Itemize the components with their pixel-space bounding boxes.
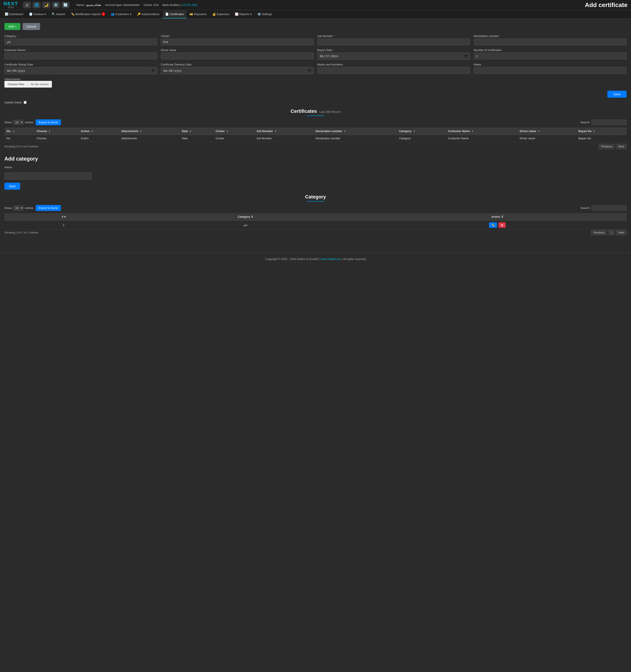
- top-info: Name: هشام محمود Account type: Administr…: [76, 3, 582, 6]
- chevron-down-icon-reports: ▾: [250, 13, 252, 16]
- nav-certificates[interactable]: 📄 Certificates: [163, 10, 186, 18]
- reports-icon: 📈: [235, 13, 238, 16]
- attachments-label: Attachments: [4, 77, 20, 81]
- form-group-num-certs: Number of certificates: [474, 48, 627, 60]
- customer-name-input[interactable]: [4, 53, 157, 59]
- declaration-input[interactable]: [474, 39, 627, 45]
- choose-files-button[interactable]: Choose Files: [4, 81, 28, 88]
- notes-input[interactable]: [474, 67, 627, 74]
- cat-prev-btn[interactable]: Previous: [591, 230, 607, 235]
- icon-btn-1[interactable]: 🖨: [23, 2, 31, 8]
- icon-btn-4[interactable]: ⚙️: [52, 2, 60, 8]
- col-bayan-date: Bayan Da ⇕: [576, 127, 627, 135]
- certs-table-header-row: No. ⇕ Choose ⇕ Action ⇕ Attachments ⇕ Da…: [4, 127, 627, 135]
- cat-actions: ✏️ 🗑: [368, 221, 627, 230]
- cert-stamp-input[interactable]: [4, 67, 157, 74]
- icon-btn-2[interactable]: 🌐: [33, 2, 41, 8]
- certs-underline: [307, 115, 324, 116]
- category-name-input[interactable]: [4, 172, 92, 179]
- certs-search-input[interactable]: [591, 120, 627, 125]
- num-certs-input[interactable]: [474, 53, 627, 59]
- category-table: # ▾ Category ⇕ Action ⇕ 1 عام ✏️ 🗑: [4, 213, 627, 230]
- logo: NEXT v2.0.0: [3, 1, 18, 8]
- center-label: Center *: [161, 34, 314, 38]
- job-number-label: Job Number *: [317, 34, 470, 38]
- nav-customers[interactable]: 👥 Customers ▾: [108, 10, 134, 18]
- nav-search[interactable]: 🔍 Search: [49, 10, 68, 18]
- table-row: 1 عام ✏️ 🗑: [4, 221, 627, 230]
- cat-export-button[interactable]: Export to Excel: [36, 205, 61, 211]
- file-chosen-text: No file chosen: [28, 81, 52, 88]
- cat-show-entries-select[interactable]: 10 25 50: [13, 206, 24, 211]
- edit-category-button[interactable]: ✏️: [489, 222, 497, 228]
- show-entries-select[interactable]: 10 25 50: [13, 120, 24, 125]
- nav-authorizations[interactable]: 🔑 Authorizations: [135, 10, 162, 18]
- category-input[interactable]: [4, 39, 157, 45]
- certs-subheader-row: No. Choose Action Attachments Date Cente…: [4, 135, 627, 142]
- driver-name-label: Driver name: [161, 48, 314, 52]
- nav-invoices[interactable]: 🧾 Invoices ▾: [26, 10, 49, 18]
- cert-delivery-input[interactable]: [161, 67, 314, 74]
- col-category: Category ⇕: [397, 127, 446, 135]
- file-input-wrapper: Choose Files No file chosen: [4, 81, 627, 88]
- bank-label: Bank facilities | 16,015 AED: [162, 3, 197, 6]
- form-group-notes: Notes: [474, 63, 627, 74]
- nav-modification[interactable]: ✏️ Modification request 1: [68, 10, 108, 18]
- auth-icon: 🔑: [137, 13, 141, 16]
- search-icon: 🔍: [52, 13, 55, 16]
- nav-settings[interactable]: ⚙️ Settings: [255, 10, 275, 18]
- form-group-cert-delivery: Certificate Delivery Date: [161, 63, 314, 74]
- category-name-label: Name: [4, 166, 12, 169]
- cat-search-input[interactable]: [591, 205, 627, 211]
- form-group-cert-stamp: Certificate Stamp Date: [4, 63, 157, 74]
- cat-next-btn[interactable]: Next: [616, 230, 627, 235]
- site-footer: Copyright © 2023 - 2024 Nadim Al-Zoubi® …: [0, 253, 631, 265]
- certs-table-footer: Showing 0 to 0 of 0 entries Previous Nex…: [4, 144, 627, 149]
- form-row-2: Customer Name * Driver name Bayan Date *…: [4, 48, 627, 60]
- update-dates-checkbox[interactable]: [24, 101, 26, 104]
- certs-prev-btn[interactable]: Previous: [599, 144, 615, 149]
- certs-table: No. ⇕ Choose ⇕ Action ⇕ Attachments ⇕ Da…: [4, 127, 627, 142]
- customers-icon: 👥: [111, 13, 114, 16]
- certificates-title: Certificates Last 200 Record: [4, 109, 627, 114]
- logo-version: v2.0.0: [8, 6, 14, 8]
- modification-icon: ✏️: [71, 13, 74, 16]
- center-input[interactable]: [161, 39, 314, 45]
- cat-pagination: Previous 1 Next: [591, 230, 627, 235]
- cert-stamp-label: Certificate Stamp Date: [4, 63, 157, 66]
- add-button[interactable]: Add +: [4, 23, 20, 30]
- footer-link[interactable]: www.Nadim.pro: [321, 257, 341, 261]
- driver-name-input[interactable]: [161, 53, 314, 59]
- form-save-button[interactable]: Save: [607, 91, 627, 98]
- job-number-input[interactable]: [317, 39, 470, 45]
- nav-reports[interactable]: 📈 Reports ▾: [232, 10, 254, 18]
- icon-btn-3[interactable]: 🌙: [42, 2, 50, 8]
- cat-header-row: # ▾ Category ⇕ Action ⇕: [4, 213, 627, 221]
- nav-expenses[interactable]: 💰 Expenses: [210, 10, 232, 18]
- cat-table-footer: Showing 1 to 1 of 1 entries Previous 1 N…: [4, 230, 627, 235]
- cancel-button[interactable]: Cancel: [23, 23, 40, 30]
- form-row-1: Category * Center * Job Number * Declara…: [4, 34, 627, 45]
- footer-text: Copyright © 2023 - 2024 Nadim Al-Zoubi® …: [265, 257, 321, 261]
- settings-icon: ⚙️: [257, 13, 261, 16]
- col-job-number: Job Number ⇕: [254, 127, 313, 135]
- bayan-date-input[interactable]: [317, 53, 470, 60]
- certs-export-button[interactable]: Export to Excel: [36, 119, 61, 125]
- dashboard-icon: 📊: [5, 13, 8, 16]
- col-choose: Choose ⇕: [34, 127, 79, 135]
- update-dates-label: Update Dates: [4, 101, 22, 104]
- customer-name-label: Customer Name *: [4, 48, 157, 52]
- marks-input[interactable]: [317, 67, 470, 74]
- certs-next-btn[interactable]: Next: [616, 144, 627, 149]
- add-category-section: Add category Name Save Category Show 10 …: [4, 156, 627, 235]
- nav-dashboard[interactable]: 📊 Dashboard: [2, 10, 26, 18]
- save-category-button[interactable]: Save: [4, 183, 20, 190]
- delete-category-button[interactable]: 🗑: [498, 222, 506, 228]
- category-section-title: Category: [4, 194, 627, 201]
- nav-payments[interactable]: 💳 Payments: [187, 10, 209, 18]
- form-group-bayan-date: Bayan Date *: [317, 48, 470, 60]
- main-content: Add + Cancel Category * Center * Job Num…: [0, 19, 631, 246]
- cat-num: 1: [4, 221, 123, 230]
- form-group-customer-name: Customer Name *: [4, 48, 157, 60]
- icon-btn-5[interactable]: 🔄: [62, 2, 69, 8]
